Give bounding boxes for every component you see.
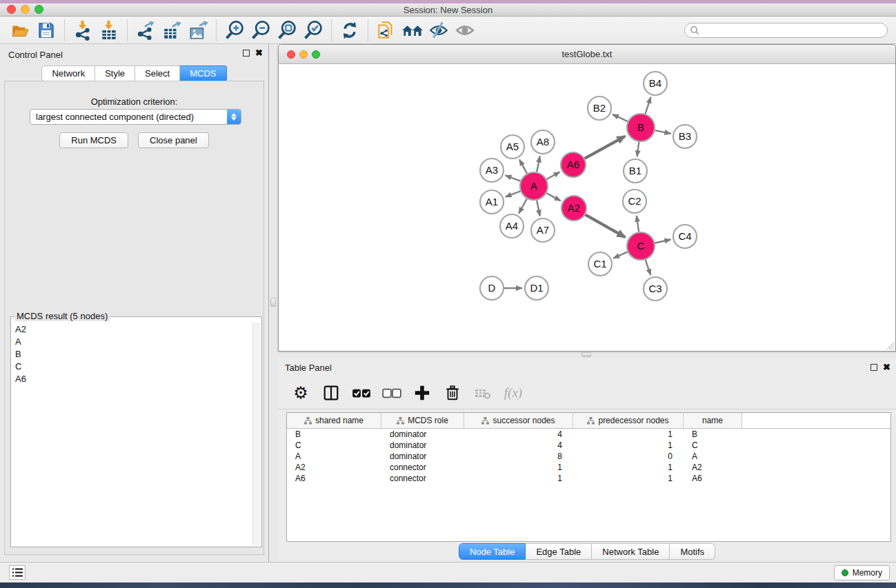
edge-A-A3[interactable] (506, 175, 521, 181)
node-A2[interactable]: A2 (561, 196, 586, 221)
maximize-window-button[interactable] (34, 5, 43, 14)
node-A4[interactable]: A4 (500, 214, 524, 238)
result-item[interactable]: A (12, 335, 252, 347)
close-table-panel-icon[interactable]: ✖ (883, 364, 890, 371)
memory-button[interactable]: Memory (834, 565, 890, 580)
column-header-predecessor-nodes[interactable]: predecessor nodes (573, 413, 684, 428)
cell-name[interactable]: C (684, 440, 742, 450)
tab-edge-table[interactable]: Edge Table (526, 543, 592, 560)
edge-B-B1[interactable] (637, 142, 639, 156)
open-file-button[interactable] (7, 17, 33, 43)
node-C3[interactable]: C3 (644, 277, 667, 301)
node-C2[interactable]: C2 (623, 190, 646, 213)
zoom-selected-button[interactable] (300, 17, 326, 43)
search-input[interactable] (702, 24, 887, 37)
node-D[interactable]: D (480, 276, 504, 300)
edge-B-B4[interactable] (646, 97, 651, 114)
minimize-window-button[interactable] (21, 5, 30, 14)
tab-style[interactable]: Style (95, 65, 135, 81)
zoom-fit-button[interactable] (274, 17, 300, 43)
node-A[interactable]: A (520, 172, 548, 200)
edge-A-A5[interactable] (519, 159, 527, 173)
column-header-MCDS-role[interactable]: MCDS role (381, 413, 464, 428)
cell-MCDS-role[interactable]: dominator (381, 440, 464, 450)
cell-shared-name[interactable]: A2 (287, 463, 381, 472)
show-all-button[interactable] (452, 17, 478, 43)
network-canvas[interactable]: B4B2BB3A5A8A6B1A3AC2A1A2A4A7C4CC1C3DD1 (279, 64, 895, 351)
cell-predecessor-nodes[interactable]: 1 (573, 463, 684, 472)
column-header-name[interactable]: name (684, 413, 742, 428)
zoom-out-button[interactable] (248, 17, 274, 43)
cell-successor-nodes[interactable]: 1 (464, 474, 573, 483)
cell-predecessor-nodes[interactable]: 1 (573, 474, 684, 483)
table-row-C[interactable]: Cdominator41C (287, 440, 890, 451)
node-B4[interactable]: B4 (644, 72, 667, 95)
edge-A-A1[interactable] (506, 191, 521, 196)
edge-A2-C[interactable] (586, 214, 626, 237)
close-window-button[interactable] (7, 5, 16, 14)
node-A7[interactable]: A7 (531, 219, 555, 242)
cell-predecessor-nodes[interactable]: 1 (573, 440, 684, 450)
float-panel-icon[interactable] (243, 50, 250, 57)
close-panel-icon[interactable]: ✖ (255, 50, 263, 57)
hide-selected-button[interactable] (426, 17, 452, 43)
node-A1[interactable]: A1 (480, 190, 504, 214)
node-B3[interactable]: B3 (673, 125, 697, 148)
node-C[interactable]: C (627, 232, 655, 260)
edge-A-A8[interactable] (537, 156, 540, 172)
table-row-A2[interactable]: A2connector11A2 (287, 462, 890, 473)
edge-C-C4[interactable] (655, 239, 671, 243)
result-scrollbar[interactable] (252, 323, 261, 545)
deselect-all-button[interactable] (380, 381, 404, 405)
cell-shared-name[interactable]: A (287, 452, 381, 461)
node-A3[interactable]: A3 (480, 159, 504, 182)
function-builder-button[interactable]: f(x) (501, 381, 525, 405)
edge-B-B3[interactable] (655, 130, 671, 134)
node-C4[interactable]: C4 (673, 225, 697, 248)
cell-predecessor-nodes[interactable]: 0 (573, 452, 684, 461)
horizontal-splitter-handle[interactable] (581, 352, 591, 357)
add-column-button[interactable] (410, 381, 434, 405)
cell-successor-nodes[interactable]: 8 (464, 452, 573, 461)
result-item[interactable]: A2 (12, 323, 252, 335)
delete-column-button[interactable] (441, 381, 464, 405)
edge-A-A2[interactable] (546, 193, 560, 201)
table-row-A6[interactable]: A6connector11A6 (287, 473, 890, 484)
show-panel-list-button[interactable] (9, 565, 26, 580)
criterion-dropdown[interactable]: largest connected component (directed) (30, 109, 241, 125)
table-row-A[interactable]: Adominator80A (287, 451, 890, 462)
result-item[interactable]: A6 (12, 372, 252, 385)
run-mcds-button[interactable]: Run MCDS (59, 132, 128, 148)
network-minimize-button[interactable] (299, 50, 308, 59)
tab-mcds[interactable]: MCDS (180, 65, 226, 81)
cell-shared-name[interactable]: C (287, 440, 381, 450)
column-header-successor-nodes[interactable]: successor nodes (464, 413, 573, 428)
edge-C-C1[interactable] (613, 252, 628, 258)
cell-name[interactable]: A2 (684, 463, 742, 472)
tab-select[interactable]: Select (135, 65, 180, 81)
cell-name[interactable]: A (684, 452, 742, 461)
cell-name[interactable]: A6 (684, 474, 742, 483)
export-table-button[interactable] (159, 17, 185, 43)
tab-node-table[interactable]: Node Table (459, 543, 526, 560)
edge-A-A7[interactable] (537, 201, 540, 216)
node-D1[interactable]: D1 (525, 276, 548, 300)
cell-successor-nodes[interactable]: 1 (464, 463, 573, 472)
edge-B-B2[interactable] (613, 114, 628, 121)
edge-C-C2[interactable] (637, 216, 639, 232)
cell-MCDS-role[interactable]: dominator (381, 452, 464, 461)
node-C1[interactable]: C1 (588, 252, 612, 276)
cell-successor-nodes[interactable]: 4 (464, 440, 573, 450)
node-A5[interactable]: A5 (501, 135, 524, 159)
cell-successor-nodes[interactable]: 4 (464, 429, 573, 439)
cell-MCDS-role[interactable]: dominator (381, 429, 464, 439)
tab-network-table[interactable]: Network Table (592, 543, 670, 560)
node-B1[interactable]: B1 (624, 159, 647, 183)
table-settings-button[interactable]: ⚙ (289, 381, 312, 405)
home-view-button[interactable] (399, 17, 426, 43)
save-session-button[interactable] (33, 17, 59, 43)
edge-A-A4[interactable] (519, 199, 527, 213)
node-A6[interactable]: A6 (561, 152, 586, 177)
delete-table-button[interactable] (471, 381, 495, 405)
export-image-button[interactable] (185, 17, 211, 43)
